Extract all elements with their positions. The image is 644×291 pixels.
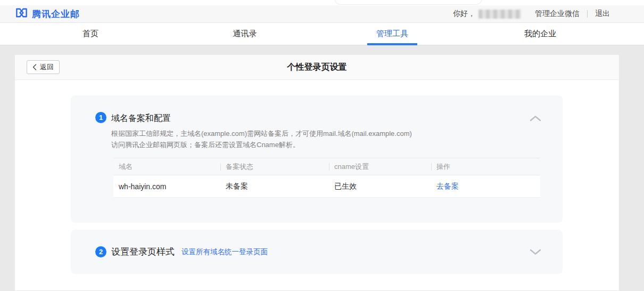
chevron-down-icon <box>530 248 541 257</box>
exmail-logo[interactable]: 腾讯企业邮 <box>15 7 80 20</box>
go-register-icp-link[interactable]: 去备案 <box>436 182 459 190</box>
step-2-badge: 2 <box>95 246 106 257</box>
description-line-1: 根据国家工信部规定，主域名(example.com)需网站备案后，才可使用mai… <box>111 128 412 139</box>
page-title-bar: 返回 个性登录页设置 <box>15 55 619 80</box>
page-content: 1 域名备案和配置 根据国家工信部规定，主域名(example.com)需网站备… <box>15 80 619 290</box>
tab-admin-tools-label: 管理工具 <box>376 29 408 38</box>
login-page-style-section: 2 设置登录页样式 设置所有域名统一登录页面 <box>71 230 563 274</box>
cell-icp-status: 未备案 <box>220 182 329 191</box>
chevron-up-icon <box>530 114 541 123</box>
domain-table: 域名 备案状态 cname设置 操作 wh-haiyin.com 未备案 已生效… <box>113 158 540 198</box>
tab-contacts[interactable]: 通讯录 <box>233 23 257 45</box>
app-header: 腾讯企业邮 你好， 管理企业微信 退出 <box>0 5 644 23</box>
col-header-action: 操作 <box>431 158 540 175</box>
cell-domain: wh-haiyin.com <box>113 182 220 191</box>
main-area: 返回 个性登录页设置 1 域名备案和配置 根据国家工信部规定，主域名(examp… <box>0 45 644 291</box>
section-2-title: 设置登录页样式 <box>111 246 175 258</box>
col-header-icp-status: 备案状态 <box>220 158 329 175</box>
cell-cname-status: 已生效 <box>329 182 431 191</box>
domain-table-header: 域名 备案状态 cname设置 操作 <box>113 158 540 175</box>
col-header-domain: 域名 <box>113 158 220 175</box>
logout-link[interactable]: 退出 <box>595 9 610 19</box>
page-title: 个性登录页设置 <box>287 62 347 73</box>
main-panel: 返回 个性登录页设置 1 域名备案和配置 根据国家工信部规定，主域名(examp… <box>15 45 619 290</box>
header-account-area: 你好， 管理企业微信 退出 <box>453 9 610 19</box>
exmail-logo-icon <box>15 7 28 20</box>
unified-login-page-link[interactable]: 设置所有域名统一登录页面 <box>181 247 268 257</box>
back-button[interactable]: 返回 <box>27 60 60 74</box>
description-line-2: 访问腾讯企业邮箱网页版；备案后还需设置域名Cname解析。 <box>111 139 412 150</box>
active-tab-underline <box>367 43 417 45</box>
account-name-redacted <box>478 10 521 19</box>
primary-nav: 首页 通讯录 管理工具 我的企业 <box>0 23 644 45</box>
section-1-description: 根据国家工信部规定，主域名(example.com)需网站备案后，才可使用mai… <box>111 128 412 150</box>
logo-text: 腾讯企业邮 <box>32 8 80 20</box>
domain-icp-section: 1 域名备案和配置 根据国家工信部规定，主域名(example.com)需网站备… <box>71 95 563 223</box>
tab-my-company[interactable]: 我的企业 <box>524 23 556 45</box>
step-1-badge: 1 <box>95 112 106 123</box>
tab-home[interactable]: 首页 <box>82 23 98 45</box>
collapse-section-1-button[interactable] <box>530 115 541 122</box>
chevron-left-icon <box>32 64 37 70</box>
tab-admin-tools[interactable]: 管理工具 <box>376 23 408 45</box>
browser-bar-remnant <box>334 0 482 5</box>
section-1-title: 域名备案和配置 <box>111 113 171 124</box>
col-header-cname: cname设置 <box>329 158 431 175</box>
back-button-label: 返回 <box>40 62 54 72</box>
manage-wecom-link[interactable]: 管理企业微信 <box>535 9 580 19</box>
expand-section-2-button[interactable] <box>530 249 541 255</box>
greeting-text: 你好， <box>453 9 475 19</box>
header-divider <box>587 10 588 18</box>
table-row: wh-haiyin.com 未备案 已生效 去备案 <box>113 175 540 198</box>
browser-chrome-strip <box>0 0 644 5</box>
